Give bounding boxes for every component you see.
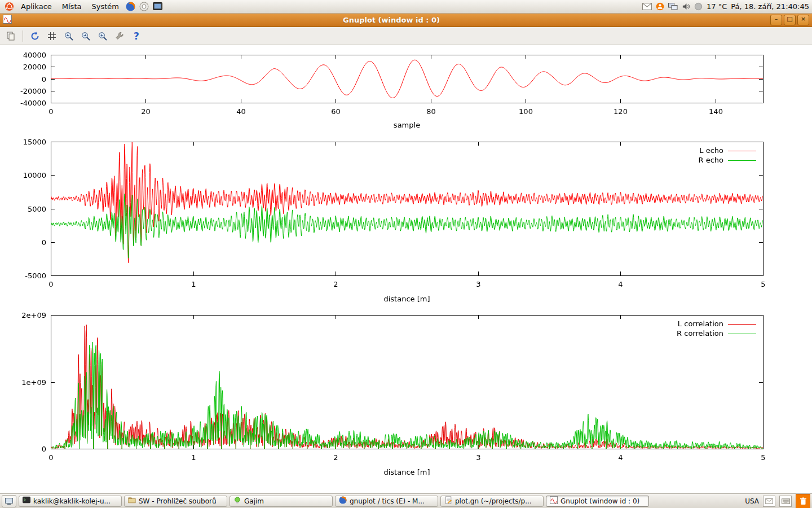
clock-label[interactable]: Pá, 18. září, 21:40:45 bbox=[731, 2, 809, 11]
presence-icon[interactable] bbox=[656, 2, 664, 11]
replot-icon[interactable] bbox=[28, 29, 42, 43]
volume-icon[interactable] bbox=[682, 2, 690, 11]
copy-icon[interactable] bbox=[3, 29, 18, 43]
ubuntu-logo-icon[interactable] bbox=[3, 1, 15, 13]
top-panel: Aplikace Místa Systém bbox=[0, 0, 812, 14]
keyboard-icon[interactable] bbox=[779, 496, 792, 507]
screenshot-launcher-icon[interactable] bbox=[152, 1, 164, 13]
autoscale-icon[interactable] bbox=[95, 29, 110, 43]
task-button-gajim[interactable]: Gajim bbox=[230, 496, 333, 507]
gnuplot-icon bbox=[550, 496, 558, 506]
firefox-icon bbox=[339, 496, 347, 506]
maximize-button[interactable]: □ bbox=[784, 15, 796, 25]
gnuplot-toolbar: ? bbox=[0, 27, 812, 45]
taskbar: kaklik@kaklik-kolej-u... SW - Prohlížeč … bbox=[0, 493, 812, 508]
gajim-icon bbox=[233, 496, 241, 506]
terminal-icon bbox=[23, 496, 30, 506]
toolbar-separator bbox=[23, 30, 23, 42]
weather-icon[interactable] bbox=[694, 2, 703, 11]
configure-icon[interactable] bbox=[112, 29, 127, 43]
keyboard-layout-indicator[interactable]: USA bbox=[745, 497, 759, 505]
plot-area bbox=[0, 45, 812, 493]
echo-chart bbox=[0, 131, 812, 308]
file-manager-icon bbox=[128, 496, 136, 506]
help-icon[interactable]: ? bbox=[129, 29, 144, 43]
menu-applications[interactable]: Aplikace bbox=[16, 1, 56, 12]
task-button-gnuplot[interactable]: Gnuplot (window id : 0) bbox=[546, 496, 649, 507]
task-button-file-manager[interactable]: SW - Prohlížeč souborů bbox=[124, 496, 227, 507]
firefox-launcher-icon[interactable] bbox=[125, 1, 137, 13]
gnuplot-window: Gnuplot (window id : 0) – □ × bbox=[0, 14, 812, 493]
zoom-previous-icon[interactable] bbox=[61, 29, 76, 43]
correlation-chart bbox=[0, 308, 812, 481]
menu-system[interactable]: Systém bbox=[87, 1, 123, 12]
help-launcher-icon[interactable] bbox=[138, 1, 151, 13]
task-button-editor[interactable]: plot.gn (~/projects/p... bbox=[440, 496, 544, 507]
grid-icon[interactable] bbox=[45, 29, 59, 43]
network-icon[interactable] bbox=[668, 3, 678, 10]
window-titlebar[interactable]: Gnuplot (window id : 0) – □ × bbox=[0, 14, 812, 27]
text-editor-icon bbox=[444, 496, 452, 506]
sample-waveform-chart bbox=[0, 45, 812, 131]
temperature-label: 17 °C bbox=[707, 2, 727, 11]
window-title: Gnuplot (window id : 0) bbox=[14, 16, 769, 24]
task-button-terminal[interactable]: kaklik@kaklik-kolej-u... bbox=[19, 496, 122, 507]
window-icon bbox=[3, 15, 12, 26]
desktop: Aplikace Místa Systém bbox=[0, 0, 812, 508]
trash-icon[interactable] bbox=[796, 494, 810, 508]
menu-places[interactable]: Místa bbox=[58, 1, 86, 12]
minimize-button[interactable]: – bbox=[770, 15, 782, 25]
close-button[interactable]: × bbox=[797, 15, 809, 25]
mail-icon[interactable] bbox=[642, 3, 652, 10]
zoom-next-icon[interactable] bbox=[78, 29, 93, 43]
task-button-browser[interactable]: gnuplot / tics (E) - M... bbox=[335, 496, 438, 507]
mail-tray-icon[interactable] bbox=[763, 496, 775, 507]
show-desktop-button[interactable] bbox=[2, 495, 16, 507]
